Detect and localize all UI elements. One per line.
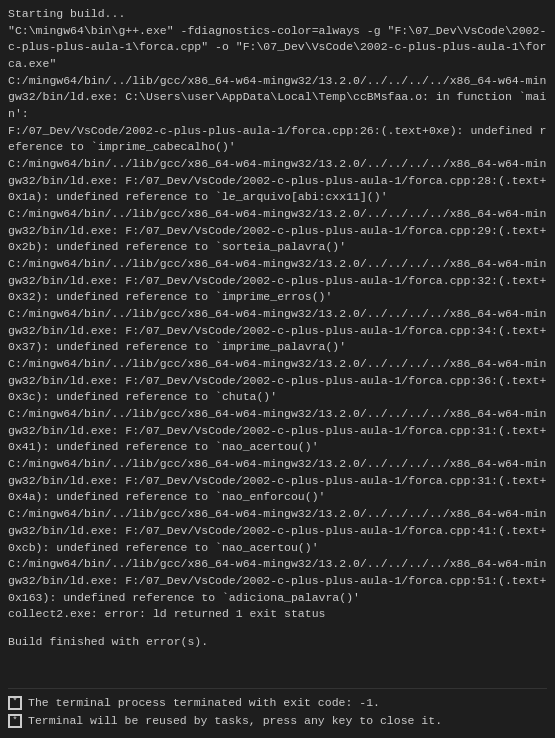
terminal-line: C:/mingw64/bin/../lib/gcc/x86_64-w64-min… [8,356,547,406]
terminal-line: C:/mingw64/bin/../lib/gcc/x86_64-w64-min… [8,256,547,306]
terminal-output: Starting build..."C:\mingw64\bin\g++.exe… [8,6,547,682]
terminal-line: Build finished with error(s). [8,634,547,651]
terminal-container: Starting build..."C:\mingw64\bin\g++.exe… [0,0,555,738]
message-row: *Terminal will be reused by tasks, press… [8,713,547,730]
terminal-line: C:/mingw64/bin/../lib/gcc/x86_64-w64-min… [8,406,547,456]
terminal-line: C:/mingw64/bin/../lib/gcc/x86_64-w64-min… [8,156,547,206]
message-icon-inner: * [10,716,20,726]
message-icon-inner: * [10,698,20,708]
terminal-line: C:/mingw64/bin/../lib/gcc/x86_64-w64-min… [8,506,547,556]
message-text: The terminal process terminated with exi… [28,695,380,712]
terminal-line [8,623,547,635]
message-icon: * [8,714,22,728]
terminal-line: "C:\mingw64\bin\g++.exe" -fdiagnostics-c… [8,23,547,73]
terminal-line: Starting build... [8,6,547,23]
terminal-messages: *The terminal process terminated with ex… [8,688,547,732]
message-row: *The terminal process terminated with ex… [8,695,547,712]
terminal-line: F:/07_Dev/VsCode/2002-c-plus-plus-aula-1… [8,123,547,156]
message-icon: * [8,696,22,710]
terminal-line: collect2.exe: error: ld returned 1 exit … [8,606,547,623]
terminal-line: C:/mingw64/bin/../lib/gcc/x86_64-w64-min… [8,206,547,256]
message-text: Terminal will be reused by tasks, press … [28,713,442,730]
terminal-line [8,651,547,663]
terminal-line: C:/mingw64/bin/../lib/gcc/x86_64-w64-min… [8,556,547,606]
terminal-line: C:/mingw64/bin/../lib/gcc/x86_64-w64-min… [8,73,547,123]
terminal-line: C:/mingw64/bin/../lib/gcc/x86_64-w64-min… [8,306,547,356]
terminal-line: C:/mingw64/bin/../lib/gcc/x86_64-w64-min… [8,456,547,506]
